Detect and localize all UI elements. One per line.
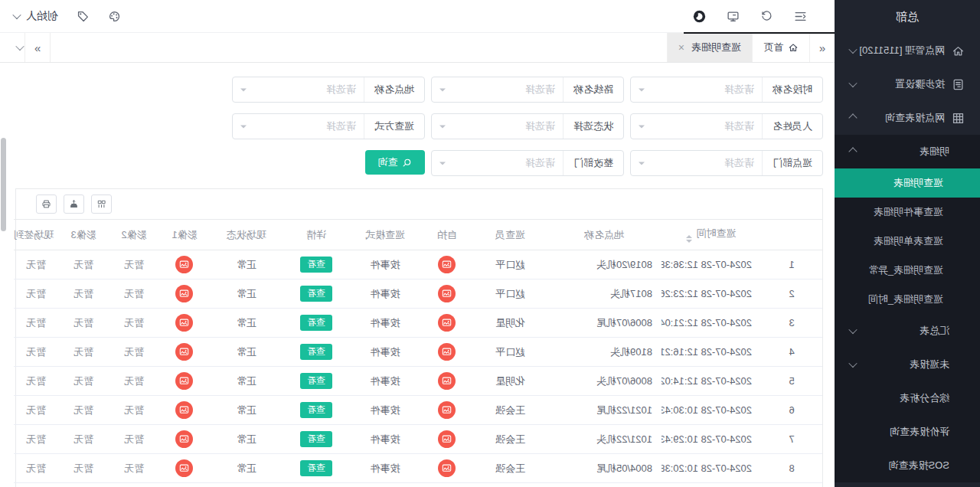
- view-detail-button[interactable]: 查看: [300, 373, 332, 388]
- menu-fold-button[interactable]: [794, 10, 807, 23]
- view-detail-button[interactable]: 查看: [300, 460, 332, 476]
- view-detail-button[interactable]: 查看: [300, 286, 332, 301]
- search-button[interactable]: 查询: [365, 150, 425, 175]
- tabs-scroll-left-button[interactable]: «: [809, 33, 835, 62]
- print-button[interactable]: [36, 194, 57, 214]
- photo-thumbnail[interactable]: [176, 314, 194, 332]
- cell-detail: 查看: [283, 483, 350, 487]
- scrollbar-thumb[interactable]: [1, 138, 6, 231]
- column-header-time[interactable]: 巡查时间: [662, 220, 761, 250]
- cell-inspector: 化明星: [474, 309, 547, 338]
- sidebar-item[interactable]: 巡查明细表_异常: [835, 256, 980, 285]
- refresh-button[interactable]: [760, 10, 773, 23]
- tag-button[interactable]: [77, 10, 90, 23]
- photo-thumbnail[interactable]: [439, 314, 456, 332]
- cell-selfie: [420, 454, 474, 483]
- filter-form: 时段名称请选择路线名称请选择地点名称请选择人员姓名请选择状态选择请选择巡查方式请…: [15, 77, 823, 176]
- filter-select[interactable]: 请选择: [233, 114, 364, 139]
- photo-thumbnail[interactable]: [439, 401, 456, 419]
- columns-button[interactable]: [91, 194, 112, 214]
- photo-thumbnail[interactable]: [176, 372, 194, 390]
- column-header-label: 自拍: [437, 229, 457, 240]
- photo-thumbnail[interactable]: [439, 285, 456, 302]
- cell-img2: 暂无: [109, 396, 159, 425]
- export-button[interactable]: [64, 194, 84, 214]
- view-detail-button[interactable]: 查看: [300, 315, 332, 330]
- photo-thumbnail[interactable]: [176, 430, 194, 448]
- photo-thumbnail[interactable]: [439, 256, 456, 273]
- photo-thumbnail[interactable]: [439, 459, 456, 477]
- user-menu[interactable]: 创始人: [14, 9, 58, 23]
- sidebar-item[interactable]: 评价报表查询: [835, 415, 980, 449]
- photo-thumbnail[interactable]: [439, 343, 456, 361]
- cell-idx: 2: [761, 279, 822, 309]
- select-placeholder: 请选择: [525, 156, 555, 170]
- table-row: 62024-07-28 10:30:431021/22机尾王会强按事件查看正常暂…: [14, 396, 822, 425]
- select-placeholder: 请选择: [724, 83, 754, 96]
- photo-thumbnail[interactable]: [176, 256, 194, 273]
- cell-img1: [159, 367, 210, 396]
- picture-icon: [443, 318, 452, 328]
- tab-current[interactable]: 巡查明细表 ×: [667, 33, 752, 62]
- view-detail-button[interactable]: 查看: [300, 431, 332, 446]
- cell-img3: 暂无: [58, 279, 109, 309]
- tab-home[interactable]: 首页: [752, 33, 809, 62]
- moon-icon: [693, 10, 706, 23]
- cell-selfie: [420, 425, 474, 454]
- photo-thumbnail[interactable]: [176, 343, 194, 361]
- palette-button[interactable]: [108, 10, 121, 23]
- sidebar-item[interactable]: 巡查表单明细表: [835, 227, 980, 256]
- cell-img3: 暂无: [58, 454, 109, 483]
- filter-select[interactable]: 请选择: [233, 77, 364, 102]
- view-detail-button[interactable]: 查看: [300, 402, 332, 417]
- filter-select[interactable]: 请选择: [432, 151, 563, 175]
- photo-thumbnail[interactable]: [176, 401, 194, 419]
- close-icon[interactable]: ×: [678, 42, 684, 53]
- table-row: 82024-07-28 10:20:388004/05机尾王会强按事件查看正常暂…: [14, 454, 822, 483]
- chevron-down-icon: [848, 359, 857, 368]
- topbar-left-icons: [693, 10, 807, 23]
- view-detail-button[interactable]: 查看: [300, 344, 332, 359]
- sidebar-item[interactable]: 巡查明细表: [835, 168, 980, 198]
- sidebar-item[interactable]: 巡查明细表_时间: [835, 285, 980, 314]
- cell-sign: 暂无: [14, 367, 58, 396]
- moon-button[interactable]: [693, 10, 706, 23]
- sidebar-item[interactable]: 智能排班: [835, 482, 980, 487]
- cell-status: 正常: [210, 483, 283, 487]
- sidebar-item[interactable]: 网点管理 [1151120]: [835, 34, 980, 67]
- tabs-dropdown-button[interactable]: [0, 33, 25, 62]
- cell-detail: 查看: [283, 279, 350, 309]
- filter-field: 地点名称请选择: [232, 77, 425, 103]
- tabs-scroll-right-button[interactable]: »: [25, 33, 51, 62]
- cell-time: 2024-07-28 12:23:26: [662, 279, 761, 309]
- cell-selfie: [420, 367, 474, 396]
- sidebar-item[interactable]: 明细表: [835, 135, 980, 168]
- cell-idx: 7: [761, 425, 822, 454]
- sidebar-item[interactable]: 汇总表: [835, 314, 980, 348]
- view-detail-button[interactable]: 查看: [300, 257, 332, 272]
- sidebar-item[interactable]: SOS报表查询: [835, 449, 980, 482]
- cell-mode: 按事件: [350, 454, 420, 483]
- filter-select[interactable]: 请选择: [631, 151, 762, 175]
- screen-button[interactable]: [727, 10, 740, 23]
- filter-field: 路线名称请选择: [431, 77, 624, 103]
- filter-select[interactable]: 请选择: [631, 77, 762, 102]
- sidebar-item[interactable]: 综合分析表: [835, 381, 980, 415]
- sidebar-item[interactable]: 未巡报表: [835, 348, 980, 381]
- filter-field: 人员姓名请选择: [630, 113, 823, 139]
- photo-thumbnail[interactable]: [176, 285, 194, 302]
- sidebar-item[interactable]: 网点报表查询: [835, 101, 980, 135]
- filter-select[interactable]: 请选择: [432, 77, 563, 102]
- photo-thumbnail[interactable]: [176, 459, 194, 477]
- filter-select[interactable]: 请选择: [432, 114, 563, 139]
- sidebar-item[interactable]: 按步骤设置: [835, 67, 980, 101]
- photo-thumbnail[interactable]: [439, 372, 456, 390]
- table-row: 22024-07-28 12:23:268017机头赵口平按事件查看正常暂无暂无…: [14, 279, 822, 309]
- filter-label: 人员姓名: [762, 114, 822, 139]
- cell-location: 8109机头: [547, 338, 662, 367]
- sidebar-item[interactable]: 巡查事件明细表: [835, 198, 980, 227]
- filter-select[interactable]: 请选择: [631, 114, 762, 139]
- picture-icon: [443, 434, 452, 444]
- table-row: 12024-07-28 12:36:388019/20机头赵口平按事件查看正常暂…: [14, 250, 822, 279]
- photo-thumbnail[interactable]: [439, 430, 456, 448]
